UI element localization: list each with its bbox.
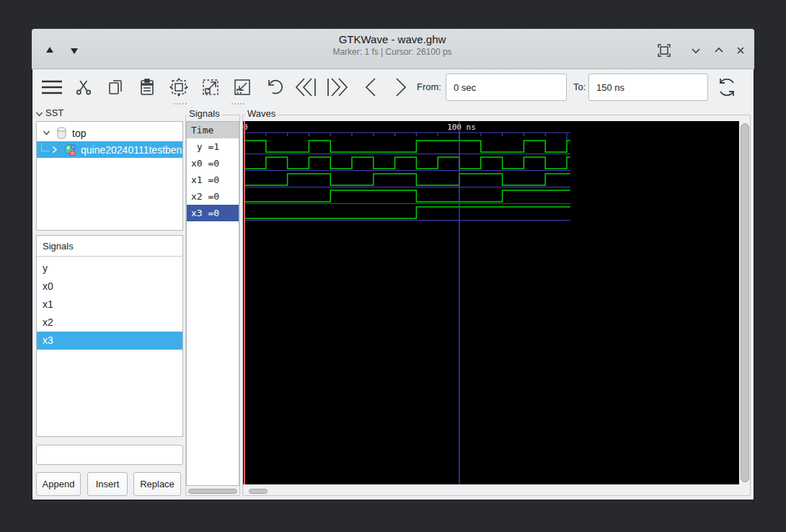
sst-tree: top quine20240111testbench [36, 121, 183, 231]
maximize-button[interactable] [710, 42, 728, 59]
reload-button[interactable] [714, 74, 740, 100]
desktop: GTKWave - wave.ghw Marker: 1 fs | Cursor… [0, 0, 786, 532]
sst-expander-icon[interactable] [35, 110, 43, 118]
list-item-x3[interactable]: x3 [37, 332, 182, 350]
scissors-cut-icon [74, 78, 93, 97]
paste-button[interactable] [134, 74, 160, 100]
triangle-up-icon [45, 46, 54, 53]
window-title: GTKWave - wave.ghw [176, 33, 609, 45]
waves-vscrollbar-thumb[interactable] [741, 123, 749, 482]
value-row-x2[interactable]: x2 =0 [187, 188, 239, 205]
signal-search-box [36, 445, 183, 465]
value-row-y[interactable]: y =1 [187, 138, 239, 155]
waves-panel-header: Waves [245, 108, 278, 119]
skip-to-end-icon [326, 76, 349, 98]
chevron-right-icon [392, 76, 410, 98]
tree-item-top[interactable]: top [37, 125, 182, 141]
page-right-button[interactable] [388, 74, 414, 100]
list-item-y[interactable]: y [37, 260, 182, 278]
shift-to-start-button[interactable] [293, 74, 319, 100]
search-icon [43, 450, 44, 460]
list-item-x0[interactable]: x0 [37, 278, 182, 296]
zoom-out-button[interactable] [229, 74, 255, 100]
value-row-x1[interactable]: x1 =0 [187, 172, 239, 188]
value-row-x0[interactable]: x0 =0 [187, 155, 239, 172]
undo-button[interactable] [261, 74, 287, 100]
cut-button[interactable] [71, 74, 97, 100]
close-icon [735, 45, 746, 56]
signal-list-panel: Signals y x0 x1 x2 x3 [36, 235, 183, 437]
replace-button[interactable]: Replace [133, 472, 181, 496]
hamburger-menu-icon [40, 78, 63, 97]
tree-item-label: top [72, 128, 86, 139]
from-label: From: [417, 73, 441, 102]
from-time-input[interactable] [446, 74, 567, 101]
chevron-right-icon[interactable] [50, 146, 58, 154]
signal-list-header: Signals [37, 236, 182, 257]
minimize-button[interactable] [686, 42, 705, 59]
chevron-up-icon [713, 45, 725, 56]
module-cylinder-icon [56, 127, 67, 139]
list-item-x1[interactable]: x1 [37, 296, 182, 314]
shade-up-button[interactable] [40, 41, 59, 58]
copy-button[interactable] [102, 74, 128, 100]
waves-hscrollbar-thumb[interactable] [249, 489, 268, 494]
marker-cursor-status: Marker: 1 fs | Cursor: 26100 ps [176, 47, 609, 57]
menu-button[interactable] [39, 74, 65, 100]
zoom-fit-button[interactable] [166, 74, 192, 100]
append-button[interactable]: Append [36, 472, 81, 496]
values-hscrollbar-thumb[interactable] [188, 489, 237, 494]
shift-to-end-button[interactable] [324, 74, 350, 100]
skip-to-start-icon [294, 76, 317, 98]
waveform-plot: 0100 ns [243, 121, 739, 484]
shade-down-button[interactable] [65, 43, 84, 60]
undo-arrow-icon [264, 77, 284, 97]
value-row-x3[interactable]: x3 =0 [187, 205, 239, 221]
list-item-x2[interactable]: x2 [37, 314, 182, 332]
chevron-down-icon [690, 45, 702, 56]
tree-item-testbench[interactable]: quine20240111testbench [37, 141, 182, 158]
chevron-down-icon[interactable] [43, 129, 50, 137]
time-column-header[interactable]: Time [187, 122, 239, 138]
page-left-button[interactable] [358, 74, 384, 100]
zoom-in-icon [200, 77, 221, 97]
fullscreen-icon [657, 43, 671, 58]
insert-button[interactable]: Insert [87, 472, 128, 496]
tree-guide-line [41, 143, 49, 151]
zoom-in-button[interactable] [198, 74, 224, 100]
to-label: To: [573, 73, 586, 102]
hierarchy-icon [63, 143, 76, 156]
zoom-out-icon [232, 77, 252, 97]
to-time-input[interactable] [588, 74, 708, 101]
close-button[interactable] [731, 42, 750, 59]
chevron-left-icon [362, 76, 379, 98]
svg-text:0: 0 [243, 123, 248, 132]
fullscreen-button[interactable] [655, 42, 674, 59]
values-panel: Time y =1 x0 =0 x1 =0 x2 =0 x3 =0 [186, 121, 239, 486]
svg-text:100 ns: 100 ns [447, 123, 476, 132]
tree-item-label: quine20240111testbench [81, 144, 182, 156]
paste-clipboard-icon [138, 78, 156, 97]
zoom-fit-icon [169, 77, 189, 97]
values-panel-header: Signals [187, 108, 222, 119]
title-area: GTKWave - wave.ghw Marker: 1 fs | Cursor… [176, 33, 609, 57]
sst-header: SST [45, 107, 63, 118]
pane-splitter-handle[interactable] [174, 103, 187, 106]
triangle-down-icon [70, 48, 79, 55]
copy-icon [106, 78, 125, 97]
search-input[interactable] [48, 449, 178, 461]
pane-splitter-handle[interactable] [231, 103, 244, 106]
reload-icon [716, 76, 738, 98]
wave-canvas[interactable]: 0100 ns [243, 121, 739, 484]
